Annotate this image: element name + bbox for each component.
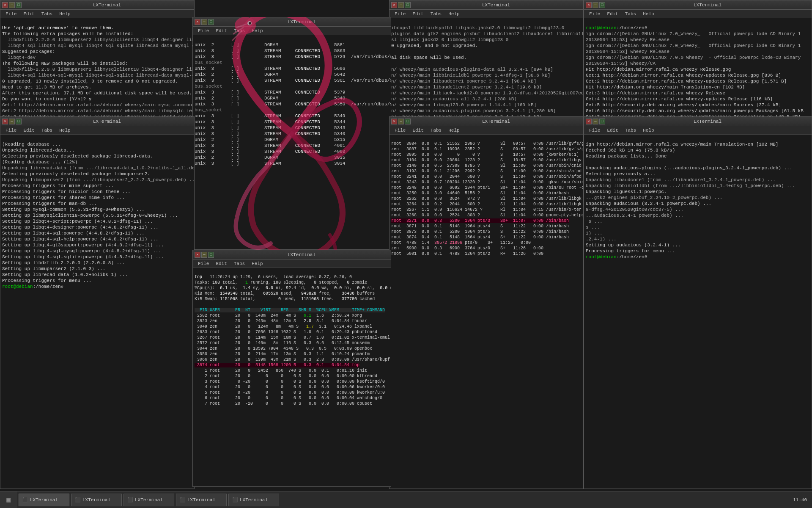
terminal-content-middlebottom: top - 11:26:24 up 1:29, 6 users, load av… [193, 268, 391, 486]
max-button-rightpanel[interactable]: □ [599, 2, 605, 8]
window-controls-bottomleft[interactable]: ✕ ─ □ [2, 119, 22, 124]
menu-file-topright[interactable]: File [391, 10, 409, 18]
min-button-middlebottom[interactable]: ─ [201, 252, 207, 258]
close-button-topcenter[interactable]: ✕ [195, 19, 200, 25]
close-button-topright[interactable]: ✕ [391, 2, 397, 8]
taskbar: ▣ ⬛ LXTerminal ⬛ LXTerminal ⬛ LXTerminal… [0, 491, 812, 508]
close-button-rightpanel[interactable]: ✕ [586, 2, 592, 8]
window-controls-middlebottom[interactable]: ✕ ─ □ [195, 252, 214, 258]
min-button-rightpanel[interactable]: ─ [593, 2, 598, 8]
taskbar-item-3[interactable]: ⬛ LXTerminal [176, 494, 227, 506]
max-button-topleft[interactable]: □ [16, 2, 22, 8]
window-controls-topleft[interactable]: ✕ ─ □ [2, 2, 22, 8]
taskbar-item-1[interactable]: ⬛ LXTerminal [71, 494, 122, 506]
window-rightcenter: ✕ ─ □ LXTerminal File Edit Tabs Help roo… [389, 116, 584, 489]
taskbar-item-0[interactable]: ⬛ LXTerminal [19, 494, 69, 506]
min-button-topleft[interactable]: ─ [9, 2, 15, 8]
taskbar-label-4: LXTerminal [240, 497, 268, 502]
window-controls-rightcenter[interactable]: ✕ ─ □ [391, 119, 411, 124]
window-controls-topcenter[interactable]: ✕ ─ □ [195, 19, 214, 25]
taskbar-label-3: LXTerminal [187, 497, 215, 502]
window-topcenter: ✕ ─ □ LXTerminal File Edit Tabs Help uni… [192, 17, 391, 250]
menu-edit-middlebottom[interactable]: Edit [212, 260, 230, 268]
menu-help-rightcenter[interactable]: Help [445, 126, 463, 135]
menu-help-topright[interactable]: Help [445, 10, 463, 18]
window-topleft: ✕ ─ □ LXTerminal File Edit Tabs Help Use… [0, 0, 195, 119]
menu-help-bottomleft[interactable]: Help [56, 126, 74, 135]
menu-file-topcenter[interactable]: File [195, 27, 212, 35]
taskbar-icon-4: ⬛ [232, 497, 238, 502]
menu-edit-bottomleft[interactable]: Edit [20, 126, 38, 135]
close-button-bottomright[interactable]: ✕ [586, 119, 592, 124]
min-button-bottomright[interactable]: ─ [593, 119, 598, 124]
menu-edit-topcenter[interactable]: Edit [212, 27, 230, 35]
menu-tabs-topleft[interactable]: Tabs [38, 10, 56, 18]
min-button-rightcenter[interactable]: ─ [398, 119, 404, 124]
taskbar-item-4[interactable]: ⬛ LXTerminal [228, 494, 279, 506]
title-middlebottom: LXTerminal [214, 252, 389, 257]
window-topright: ✕ ─ □ LXTerminal File Edit Tabs Help ibc… [389, 0, 584, 119]
titlebar-bottomleft: ✕ ─ □ LXTerminal [0, 117, 194, 126]
menu-help-bottomright[interactable]: Help [639, 126, 657, 135]
max-button-bottomleft[interactable]: □ [16, 119, 22, 124]
taskbar-label-1: LXTerminal [82, 497, 110, 502]
max-button-topcenter[interactable]: □ [208, 19, 214, 25]
min-button-topright[interactable]: ─ [398, 2, 404, 8]
menu-help-topcenter[interactable]: Help [248, 27, 266, 35]
menu-file-bottomleft[interactable]: File [2, 126, 20, 135]
menu-file-rightcenter[interactable]: File [391, 126, 409, 135]
menu-tabs-topcenter[interactable]: Tabs [230, 27, 248, 35]
close-button-bottomleft[interactable]: ✕ [2, 119, 8, 124]
menu-file-topleft[interactable]: File [2, 10, 20, 18]
title-topright: LXTerminal [411, 3, 582, 8]
menu-help-rightpanel[interactable]: Help [639, 10, 657, 18]
terminal-content-rightcenter: root 3084 0.0 0.1 21552 2996 ? Sl 09:57 … [390, 135, 583, 489]
close-button-rightcenter[interactable]: ✕ [391, 119, 397, 124]
menu-tabs-bottomleft[interactable]: Tabs [38, 126, 56, 135]
menubar-topright: File Edit Tabs Help [390, 10, 583, 18]
titlebar-topleft: ✕ ─ □ LXTerminal [0, 0, 194, 10]
menu-tabs-rightpanel[interactable]: Tabs [622, 10, 639, 18]
menubar-middlebottom: File Edit Tabs Help [193, 260, 391, 268]
window-rightpanel: ✕ ─ □ LXTerminal File Edit Tabs Help roo… [584, 0, 812, 119]
window-controls-rightpanel[interactable]: ✕ ─ □ [586, 2, 605, 8]
terminal-content-rightpanel: root@debian:/home/zen# ign cdrom://[Debi… [584, 18, 812, 118]
window-middlebottom: ✕ ─ □ LXTerminal File Edit Tabs Help top… [192, 250, 391, 487]
menu-file-rightpanel[interactable]: File [586, 10, 604, 18]
min-button-bottomleft[interactable]: ─ [9, 119, 15, 124]
title-topcenter: LXTerminal [214, 19, 389, 25]
menu-help-topleft[interactable]: Help [56, 10, 74, 18]
menu-tabs-rightcenter[interactable]: Tabs [427, 126, 445, 135]
terminal-content-bottomleft: (Reading database ... Unpacking librecad… [0, 135, 194, 489]
title-bottomleft: LXTerminal [22, 119, 192, 124]
menu-help-middlebottom[interactable]: Help [248, 260, 266, 268]
taskbar-item-2[interactable]: ⬛ LXTerminal [123, 494, 174, 506]
menu-tabs-topright[interactable]: Tabs [427, 10, 445, 18]
window-controls-bottomright[interactable]: ✕ ─ □ [586, 119, 605, 124]
menu-edit-bottomright[interactable]: Edit [604, 126, 621, 135]
max-button-rightcenter[interactable]: □ [405, 119, 411, 124]
menu-file-middlebottom[interactable]: File [195, 260, 212, 268]
taskbar-icon-2: ⬛ [127, 497, 133, 502]
menu-edit-rightcenter[interactable]: Edit [409, 126, 427, 135]
terminal-content-topleft: Use 'apt-get autoremove' to remove them.… [0, 18, 194, 118]
min-button-topcenter[interactable]: ─ [201, 19, 207, 25]
max-button-bottomright[interactable]: □ [599, 119, 605, 124]
start-button[interactable]: ▣ [0, 491, 17, 508]
taskbar-icon-3: ⬛ [180, 497, 186, 502]
menu-edit-rightpanel[interactable]: Edit [604, 10, 621, 18]
taskbar-icon-0: ⬛ [22, 497, 28, 502]
close-button-topleft[interactable]: ✕ [2, 2, 8, 8]
menu-edit-topleft[interactable]: Edit [20, 10, 38, 18]
menu-edit-topright[interactable]: Edit [409, 10, 427, 18]
max-button-topright[interactable]: □ [405, 2, 411, 8]
menu-file-bottomright[interactable]: File [586, 126, 604, 135]
menubar-bottomleft: File Edit Tabs Help [0, 126, 194, 135]
terminal-content-topright: ibcups1 libfluidsynth1 libjack-jackd2-0 … [390, 18, 583, 118]
menu-tabs-middlebottom[interactable]: Tabs [230, 260, 248, 268]
close-button-middlebottom[interactable]: ✕ [195, 252, 200, 258]
titlebar-rightcenter: ✕ ─ □ LXTerminal [390, 117, 583, 126]
max-button-middlebottom[interactable]: □ [208, 252, 214, 258]
window-controls-topright[interactable]: ✕ ─ □ [391, 2, 411, 8]
menu-tabs-bottomright[interactable]: Tabs [622, 126, 639, 135]
